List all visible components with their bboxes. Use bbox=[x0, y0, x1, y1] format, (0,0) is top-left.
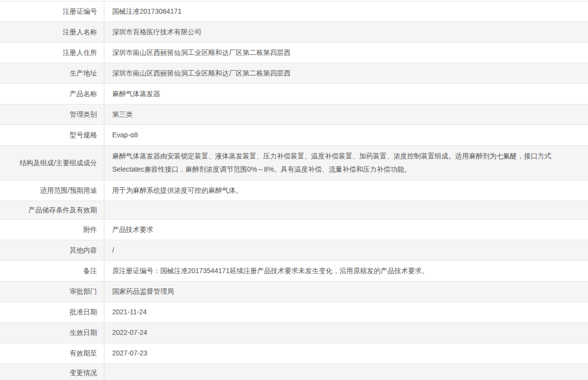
row-value: Evap-α8 bbox=[104, 125, 588, 145]
row-value: 2027-07-23 bbox=[104, 343, 588, 363]
row-value: 2021-11-24 bbox=[104, 302, 588, 322]
row-value: 产品技术要求 bbox=[104, 220, 588, 240]
row-label: 生产地址 bbox=[0, 63, 104, 83]
row-value: 国械注准20173084171 bbox=[104, 1, 588, 22]
row-label: 生效日期 bbox=[0, 323, 104, 343]
row-approval-department: 审批部门 国家药品监督管理局 bbox=[0, 281, 588, 302]
row-label: 适用范围/预期用途 bbox=[0, 180, 104, 201]
row-value: 原注册证编号：国械注准20173544171延续注册产品技术要求未发生变化，沿用… bbox=[104, 261, 588, 281]
row-value: 第三类 bbox=[104, 104, 588, 125]
row-product-name: 产品名称 麻醉气体蒸发器 bbox=[0, 84, 588, 104]
row-value: 深圳市百格医疗技术有限公司 bbox=[104, 22, 588, 42]
row-registration-number: 注册证编号 国械注准20173084171 bbox=[0, 1, 588, 22]
row-label: 变更情况 bbox=[0, 364, 104, 380]
row-label: 管理类别 bbox=[0, 104, 104, 125]
row-label: 注册人住所 bbox=[0, 43, 104, 63]
row-effective-date: 生效日期 2022-07-24 bbox=[0, 323, 588, 343]
row-value: 深圳市南山区西丽留仙洞工业区顺和达厂区第二栋第四层西 bbox=[104, 43, 588, 63]
row-storage-conditions: 产品储存条件及有效期 bbox=[0, 201, 588, 220]
row-other-content: 其他内容 / bbox=[0, 240, 588, 261]
row-value: 国家药品监督管理局 bbox=[104, 281, 588, 302]
row-management-category: 管理类别 第三类 bbox=[0, 104, 588, 125]
row-intended-use: 适用范围/预期用途 用于为麻醉系统提供浓度可控的麻醉气体。 bbox=[0, 180, 588, 201]
row-registrant-address: 注册人住所 深圳市南山区西丽留仙洞工业区顺和达厂区第二栋第四层西 bbox=[0, 43, 588, 63]
row-structure-composition: 结构及组成/主要组成成分 麻醉气体蒸发器由安装锁定装置、液体蒸发装置、压力补偿装… bbox=[0, 146, 588, 180]
row-value: / bbox=[104, 240, 588, 260]
row-remarks: 备注 原注册证编号：国械注准20173544171延续注册产品技术要求未发生变化… bbox=[0, 261, 588, 281]
row-approval-date: 批准日期 2021-11-24 bbox=[0, 302, 588, 323]
row-label: 产品储存条件及有效期 bbox=[0, 201, 104, 219]
registration-detail-table: 注册证编号 国械注准20173084171 注册人名称 深圳市百格医疗技术有限公… bbox=[0, 1, 588, 380]
row-label: 批准日期 bbox=[0, 302, 104, 322]
row-label: 结构及组成/主要组成成分 bbox=[0, 146, 104, 180]
row-value: 麻醉气体蒸发器 bbox=[104, 84, 588, 104]
row-label: 附件 bbox=[0, 220, 104, 240]
row-label: 产品名称 bbox=[0, 84, 104, 104]
row-value bbox=[104, 201, 588, 219]
row-attachments: 附件 产品技术要求 bbox=[0, 220, 588, 240]
row-value: 用于为麻醉系统提供浓度可控的麻醉气体。 bbox=[104, 180, 588, 201]
row-registrant-name: 注册人名称 深圳市百格医疗技术有限公司 bbox=[0, 22, 588, 43]
row-label: 备注 bbox=[0, 261, 104, 281]
row-label: 其他内容 bbox=[0, 240, 104, 260]
row-production-address: 生产地址 深圳市南山区西丽留仙洞工业区顺和达厂区第二栋第四层西 bbox=[0, 63, 588, 84]
row-value bbox=[104, 364, 588, 380]
row-model-spec: 型号规格 Evap-α8 bbox=[0, 125, 588, 146]
row-value: 深圳市南山区西丽留仙洞工业区顺和达厂区第二栋第四层西 bbox=[104, 63, 588, 83]
row-valid-until: 有效期至 2027-07-23 bbox=[0, 343, 588, 364]
row-label: 注册证编号 bbox=[0, 1, 104, 22]
row-label: 审批部门 bbox=[0, 281, 104, 302]
row-value: 麻醉气体蒸发器由安装锁定装置、液体蒸发装置、压力补偿装置、温度补偿装置、加药装置… bbox=[104, 146, 588, 180]
row-change-status: 变更情况 bbox=[0, 364, 588, 380]
row-value: 2022-07-24 bbox=[104, 323, 588, 343]
row-label: 有效期至 bbox=[0, 343, 104, 363]
row-label: 型号规格 bbox=[0, 125, 104, 145]
row-label: 注册人名称 bbox=[0, 22, 104, 42]
